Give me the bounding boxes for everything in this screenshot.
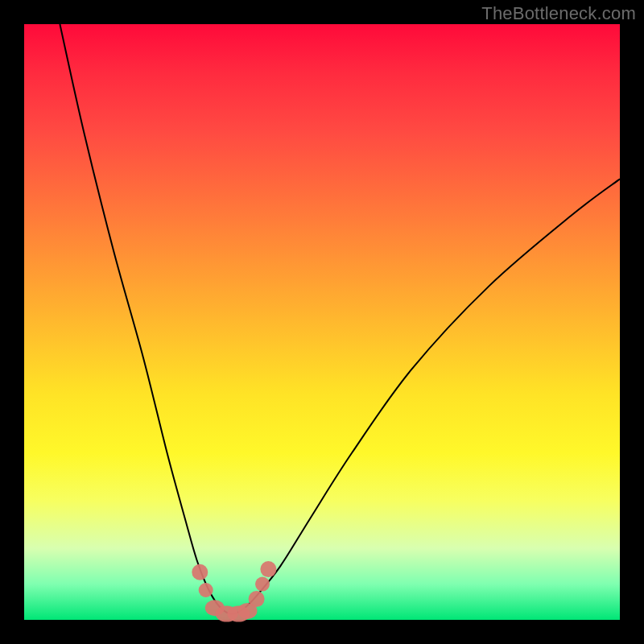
marker-blob xyxy=(255,577,270,592)
marker-blob xyxy=(199,583,213,597)
curve-layer xyxy=(24,24,620,620)
watermark-text: TheBottleneck.com xyxy=(481,3,636,24)
marker-blob xyxy=(260,561,276,577)
chart-frame: TheBottleneck.com xyxy=(0,0,644,644)
marker-blob xyxy=(249,591,265,607)
bottleneck-curve-path xyxy=(60,24,620,614)
marker-cluster xyxy=(192,561,276,622)
bottleneck-curve xyxy=(60,24,620,614)
plot-area xyxy=(24,24,620,620)
marker-blob xyxy=(192,564,208,580)
